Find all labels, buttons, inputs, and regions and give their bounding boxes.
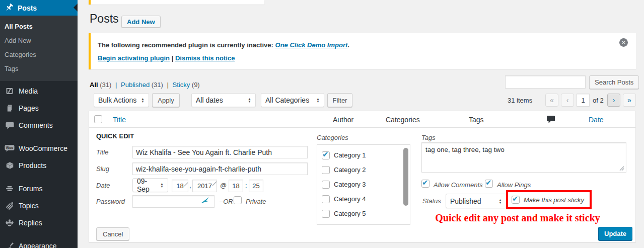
slug-input[interactable]: [132, 162, 308, 175]
category-checkbox[interactable]: [322, 181, 330, 189]
column-header-date[interactable]: Date: [589, 116, 604, 124]
select-spinner-icon: ▲▼: [316, 98, 320, 103]
category-checkbox[interactable]: [322, 151, 330, 159]
allow-pings-checkbox[interactable]: [485, 180, 493, 188]
update-button[interactable]: Update: [598, 227, 632, 240]
bulk-actions-select[interactable]: Bulk Actions ▲▼: [94, 93, 149, 107]
notice-line2: Begin activating plugin | Dismiss this n…: [98, 52, 616, 65]
allow-comments-label: Allow Comments: [434, 181, 483, 189]
category-checkbox[interactable]: [322, 166, 330, 174]
category-item[interactable]: Category 3: [317, 177, 410, 192]
filter-button[interactable]: Filter: [327, 93, 352, 107]
allow-comments-checkbox[interactable]: [421, 180, 430, 188]
add-new-button[interactable]: Add New: [121, 16, 161, 28]
product-box-icon: [5, 161, 15, 170]
prev-page-button[interactable]: ‹: [561, 94, 574, 107]
date-label: Date: [96, 182, 129, 189]
status-label: Status: [422, 197, 441, 205]
quick-edit-heading: QUICK EDIT: [96, 132, 134, 140]
sidebar-item-all-posts[interactable]: All Posts: [0, 20, 78, 34]
comments-column-icon: [546, 115, 555, 125]
sidebar-item-tags[interactable]: Tags: [0, 62, 78, 76]
sidebar-item-media[interactable]: Media: [0, 82, 78, 100]
sticky-highlight-box: Make this post sticky: [506, 190, 592, 209]
sidebar-appearance-label: Appearance: [19, 242, 57, 248]
active-menu-arrow-icon: [74, 4, 78, 12]
status-value: Published: [450, 197, 481, 205]
sidebar-products-label: Products: [19, 161, 46, 170]
sidebar-item-products[interactable]: Products: [0, 157, 78, 174]
hour-input[interactable]: [229, 180, 243, 192]
category-item[interactable]: Category 1: [317, 148, 410, 162]
red-annotation-text: Quick edit any post and make it sticky: [435, 212, 601, 224]
title-label: Title: [96, 148, 129, 156]
all-dates-select[interactable]: All dates ▲▼: [191, 93, 256, 107]
sidebar-item-appearance[interactable]: Appearance: [0, 237, 78, 248]
view-all-link[interactable]: All: [90, 81, 98, 89]
category-checkbox[interactable]: [322, 195, 330, 203]
search-posts-button[interactable]: Search Posts: [589, 75, 639, 89]
private-label: Private: [246, 198, 266, 205]
sidebar-item-categories[interactable]: Categories: [0, 48, 78, 62]
minute-input[interactable]: [249, 180, 263, 192]
sidebar-item-forums[interactable]: Forums: [0, 180, 78, 197]
sidebar-item-pages[interactable]: Pages: [0, 100, 78, 117]
notice-separator: |: [172, 54, 174, 62]
view-published-link[interactable]: Published: [121, 81, 150, 89]
sidebar-item-comments[interactable]: Comments: [0, 117, 78, 134]
current-page-input[interactable]: [577, 94, 590, 107]
comments-icon: [5, 121, 15, 129]
title-input[interactable]: [132, 146, 308, 158]
sidebar-item-add-new[interactable]: Add New: [0, 34, 78, 48]
tags-textarea[interactable]: tag one, tag three, tag two: [421, 142, 626, 173]
category-checkbox[interactable]: [322, 210, 330, 218]
cancel-button[interactable]: Cancel: [96, 227, 129, 240]
woocommerce-icon: Woo: [5, 144, 15, 152]
posts-list-table: Title Author Categories Tags Date QUICK …: [89, 111, 636, 242]
month-value: 09-Sep: [137, 177, 156, 193]
view-sticky-link[interactable]: Sticky: [173, 81, 190, 89]
sidebar-item-woocommerce[interactable]: Woo WooCommerce: [0, 140, 78, 157]
all-categories-select[interactable]: All Categories ▲▼: [261, 93, 324, 107]
sidebar-item-topics[interactable]: Topics: [0, 197, 78, 214]
category-item[interactable]: Category 2: [317, 162, 410, 177]
date-comma: ,: [189, 182, 191, 189]
next-page-button[interactable]: ›: [607, 94, 620, 107]
scrollbar-thumb[interactable]: [403, 148, 408, 206]
sidebar-item-posts[interactable]: Posts: [0, 0, 78, 16]
view-separator: |: [167, 81, 169, 89]
last-page-button[interactable]: »: [623, 94, 636, 107]
topics-icon: [5, 202, 15, 210]
select-spinner-icon: ▲▼: [160, 183, 164, 188]
menu-separator: [0, 134, 78, 140]
post-views-filter: All (31) | Published (31) | Sticky (9): [90, 81, 200, 89]
page-title: Posts: [90, 12, 119, 26]
private-checkbox[interactable]: [234, 196, 242, 204]
item-count: 31 items: [508, 97, 532, 104]
wordpress-admin-page: Posts All Posts Add New Categories Tags …: [0, 0, 644, 248]
category-label: Category 2: [334, 166, 366, 174]
text-cursor-icon: [201, 197, 210, 204]
sidebar-item-replies[interactable]: Replies: [0, 214, 78, 231]
category-item[interactable]: Category 5: [317, 206, 410, 221]
select-all-checkbox[interactable]: [94, 115, 102, 123]
paintbrush-icon: [5, 242, 15, 248]
all-categories-value: All Categories: [265, 96, 309, 104]
dismiss-notice-link[interactable]: Dismiss this notice: [175, 54, 235, 62]
search-input[interactable]: [505, 75, 586, 89]
begin-activating-link[interactable]: Begin activating plugin: [98, 54, 170, 62]
category-checkbox[interactable]: [322, 224, 330, 225]
month-select[interactable]: 09-Sep ▲▼: [132, 178, 168, 192]
dismiss-notice-icon[interactable]: ✕: [619, 38, 628, 47]
posts-submenu: All Posts Add New Categories Tags: [0, 16, 78, 81]
column-header-title[interactable]: Title: [113, 116, 126, 124]
notice-text: The following recommended plugin is curr…: [98, 41, 273, 49]
category-item[interactable]: Category 4: [317, 192, 410, 206]
make-sticky-checkbox[interactable]: [512, 196, 520, 204]
plugin-name-link[interactable]: One Click Demo Import: [275, 41, 348, 49]
first-page-button[interactable]: «: [545, 94, 558, 107]
category-item-partial[interactable]: [317, 221, 410, 225]
apply-button[interactable]: Apply: [152, 93, 180, 107]
status-select[interactable]: Published ▲▼: [446, 194, 507, 208]
bulk-actions-value: Bulk Actions: [98, 96, 136, 104]
